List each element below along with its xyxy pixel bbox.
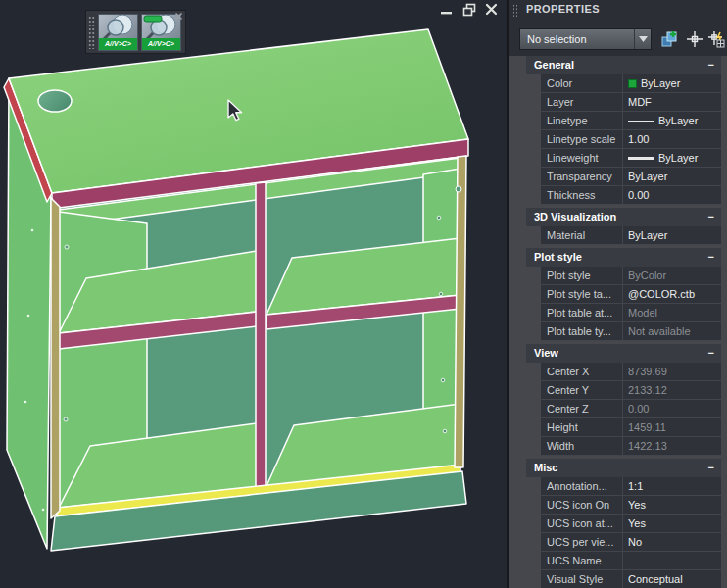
panel-title: PROPERTIES — [526, 3, 600, 15]
collapse-icon[interactable]: − — [708, 208, 714, 226]
property-row-plot-style-ta: Plot style ta...@COLOR.ctb — [541, 285, 721, 304]
property-label: Layer — [541, 93, 623, 112]
center-divider-front-edge[interactable] — [256, 182, 266, 489]
property-label: UCS per vie... — [541, 533, 623, 552]
property-label: Lineweight — [541, 149, 623, 168]
property-value[interactable]: Model — [623, 304, 721, 322]
collapse-icon[interactable]: − — [708, 459, 714, 477]
section-header-3d-visualization[interactable]: 3D Visualization− — [526, 208, 721, 226]
property-label: Plot table at... — [541, 304, 623, 322]
close-button[interactable] — [483, 1, 500, 18]
property-label: Plot style — [541, 267, 623, 285]
property-value[interactable] — [623, 552, 721, 570]
property-value[interactable]: ByLayer — [623, 74, 721, 93]
property-value-text: Not available — [628, 322, 691, 340]
section-title: 3D Visualization — [534, 211, 616, 222]
property-row-plot-table-ty: Plot table ty...Not available — [541, 322, 721, 341]
property-row-ucs-icon-at: UCS icon at...Yes — [541, 514, 721, 533]
section-header-misc[interactable]: Misc− — [526, 459, 721, 477]
property-row-height: Height1459.11 — [541, 418, 721, 437]
section-header-plot-style[interactable]: Plot style− — [526, 248, 721, 267]
quick-select-icon — [707, 30, 725, 48]
chevron-down-icon[interactable] — [634, 29, 651, 49]
left-side-front-edge[interactable] — [51, 198, 60, 518]
property-value[interactable]: 0.00 — [623, 400, 721, 418]
property-label: Center Y — [541, 381, 623, 400]
property-value[interactable]: MDF — [623, 93, 721, 112]
application-window: A//V>C> A//V>C> PROPERTIES No selection — [0, 0, 727, 588]
toggle-pickadd-button[interactable] — [658, 28, 679, 49]
toolbar-button-1[interactable]: A//V>C> — [98, 14, 138, 51]
section-title: View — [534, 347, 558, 359]
property-value-text: MDF — [628, 93, 652, 111]
panel-grip-handle[interactable] — [512, 4, 518, 17]
property-label: Annotation... — [541, 477, 623, 496]
property-value[interactable]: ByColor — [623, 267, 721, 285]
thin-line-icon — [628, 121, 654, 122]
collapse-icon[interactable]: − — [708, 248, 714, 267]
property-value-text: ByLayer — [628, 226, 667, 244]
select-objects-button[interactable] — [684, 28, 704, 49]
property-row-ucs-per-vie: UCS per vie...No — [541, 533, 721, 552]
property-value-text: ByLayer — [658, 149, 698, 167]
section-header-general[interactable]: General− — [526, 56, 721, 74]
selection-dropdown[interactable]: No selection — [519, 28, 652, 50]
property-value[interactable]: Not available — [623, 322, 721, 341]
toolbar-button-label: A//V>C> — [99, 38, 137, 50]
property-label: Thickness — [541, 186, 623, 205]
property-row-material: MaterialByLayer — [541, 226, 721, 245]
property-label: Plot table ty... — [541, 322, 623, 341]
property-value-text: ByLayer — [641, 74, 680, 92]
property-value[interactable]: 0.00 — [623, 186, 721, 205]
collapse-icon[interactable]: − — [708, 56, 714, 74]
property-label: Transparency — [541, 168, 623, 186]
properties-panel: PROPERTIES No selection — [507, 0, 727, 588]
property-value[interactable]: 1422.13 — [623, 437, 721, 456]
quick-select-button[interactable] — [705, 28, 726, 49]
restore-button[interactable] — [460, 1, 477, 18]
property-value-text: Yes — [628, 496, 646, 514]
property-row-thickness: Thickness0.00 — [541, 186, 721, 205]
property-value-text: ByColor — [628, 267, 666, 284]
property-value[interactable]: @COLOR.ctb — [623, 285, 721, 304]
property-value[interactable]: ByLayer — [623, 168, 721, 186]
property-row-center-x: Center X8739.69 — [541, 363, 721, 381]
property-value[interactable]: 8739.69 — [623, 363, 721, 381]
toolbar-close-icon[interactable] — [174, 12, 183, 21]
property-value[interactable]: 1:1 — [623, 477, 721, 496]
property-value[interactable]: No — [623, 533, 721, 552]
property-row-center-z: Center Z0.00 — [541, 400, 721, 418]
collapse-icon[interactable]: − — [708, 344, 714, 363]
property-value-text: 0.00 — [628, 186, 649, 204]
section-title: Misc — [534, 462, 557, 473]
property-value[interactable]: 2133.12 — [623, 381, 721, 400]
property-label: Visual Style — [541, 570, 623, 588]
property-value[interactable]: Conceptual — [623, 570, 721, 588]
property-value-text: Conceptual — [628, 570, 683, 588]
property-row-linetype: LinetypeByLayer — [541, 112, 721, 130]
property-value-text: @COLOR.ctb — [628, 285, 695, 303]
property-row-ucs-name: UCS Name — [541, 552, 721, 570]
section-header-view[interactable]: View− — [526, 344, 721, 363]
property-value[interactable]: Yes — [623, 514, 721, 533]
property-label: Color — [541, 74, 623, 93]
property-value[interactable]: ByLayer — [623, 226, 721, 245]
property-value[interactable]: ByLayer — [623, 112, 721, 130]
property-label: Plot style ta... — [541, 285, 623, 304]
property-value-text: ByLayer — [658, 112, 698, 129]
property-value[interactable]: 1.00 — [623, 130, 721, 149]
property-value[interactable]: ByLayer — [623, 149, 721, 168]
property-row-width: Width1422.13 — [541, 437, 721, 456]
property-value-text: 1459.11 — [628, 418, 666, 436]
selection-dropdown-value: No selection — [520, 29, 634, 49]
toggle-pickadd-icon — [660, 30, 678, 48]
property-value[interactable]: Yes — [623, 496, 721, 514]
thick-line-icon — [628, 157, 654, 160]
property-label: Width — [541, 437, 623, 456]
toolbar-grip-handle[interactable] — [88, 16, 95, 49]
grommet-hole[interactable] — [38, 90, 72, 112]
property-value[interactable]: 1459.11 — [623, 418, 721, 437]
panel-header-area: PROPERTIES No selection — [509, 0, 727, 56]
minimize-button[interactable] — [438, 1, 455, 18]
window-controls — [438, 1, 500, 18]
